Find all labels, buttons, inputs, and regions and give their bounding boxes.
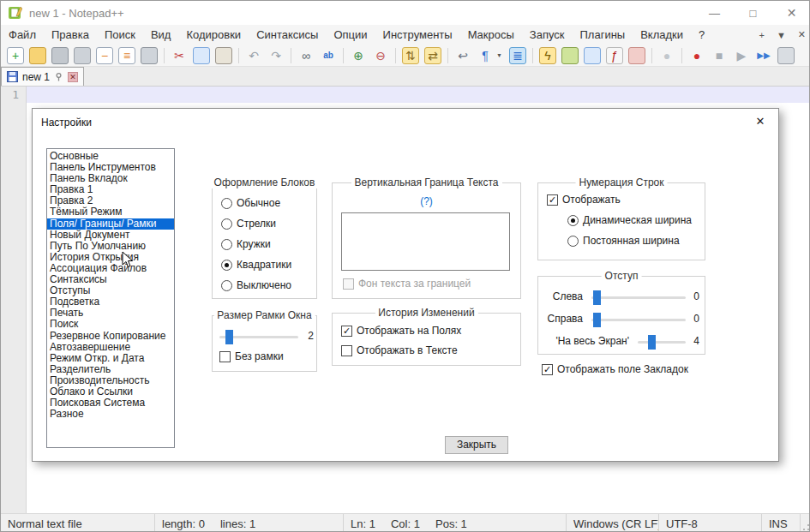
- document-list-icon[interactable]: [584, 47, 601, 64]
- category-item[interactable]: Разное: [47, 409, 174, 420]
- category-item[interactable]: Автозавершение: [47, 342, 174, 353]
- show-in-text-checkbox[interactable]: Отображать в Тексте: [341, 344, 458, 356]
- radio-option[interactable]: Обычное: [221, 197, 280, 209]
- radio-option[interactable]: Квадратики: [221, 259, 291, 271]
- menu-language[interactable]: Синтаксисы: [249, 27, 326, 43]
- print-icon[interactable]: [141, 47, 158, 64]
- resize-grip[interactable]: [801, 514, 810, 532]
- category-item[interactable]: Тёмный Режим: [47, 206, 174, 218]
- find-icon[interactable]: ∞: [297, 47, 315, 64]
- indent-guide-icon[interactable]: ≣: [509, 47, 526, 64]
- vertical-edge-help-link[interactable]: (?): [333, 195, 520, 207]
- new-tab-button[interactable]: +: [759, 30, 764, 40]
- macro-record-icon[interactable]: ●: [688, 47, 705, 64]
- cut-icon[interactable]: ✂: [171, 47, 188, 64]
- function-list-icon[interactable]: ƒ: [606, 47, 623, 64]
- define-language-icon[interactable]: ϟ: [539, 47, 556, 64]
- sync-horizontal-scroll-icon[interactable]: ⇄: [424, 47, 441, 64]
- slider-right[interactable]: [591, 319, 686, 321]
- menu-settings[interactable]: Опции: [326, 27, 375, 43]
- slider-right-thumb[interactable]: [593, 313, 601, 327]
- radio-option[interactable]: Кружки: [221, 238, 271, 250]
- dialog-close-button[interactable]: ✕: [753, 115, 768, 130]
- category-item[interactable]: Резервное Копирование: [47, 331, 174, 342]
- folder-as-workspace-icon[interactable]: [628, 47, 645, 64]
- checkbox-icon[interactable]: [219, 351, 231, 362]
- replace-icon[interactable]: ab: [320, 47, 337, 64]
- zoom-in-icon[interactable]: ⊕: [350, 47, 367, 64]
- tab-list-button[interactable]: ▼: [777, 30, 786, 40]
- radio-option[interactable]: Постоянная ширина: [567, 235, 680, 247]
- menu-tools[interactable]: Инструменты: [375, 27, 460, 43]
- redo-icon[interactable]: ↷: [267, 47, 285, 64]
- slider-left[interactable]: [591, 296, 686, 299]
- vertical-edge-list-box[interactable]: [341, 212, 510, 271]
- checkbox-icon[interactable]: [547, 194, 558, 206]
- macro-play-icon[interactable]: ▶: [733, 47, 750, 64]
- checkbox-icon[interactable]: [341, 345, 352, 356]
- menu-macro[interactable]: Макросы: [460, 27, 522, 43]
- frame-size-slider-thumb[interactable]: [225, 330, 233, 344]
- close-tab-icon[interactable]: ✕: [68, 72, 78, 82]
- close-file-icon[interactable]: −: [96, 47, 113, 64]
- menu-edit[interactable]: Правка: [44, 27, 97, 43]
- no-frame-checkbox[interactable]: Без рамки: [219, 350, 284, 362]
- category-item[interactable]: Производительность: [47, 375, 174, 386]
- save-file-icon[interactable]: [51, 47, 69, 64]
- radio-icon[interactable]: [567, 215, 579, 226]
- undo-icon[interactable]: ↶: [245, 47, 262, 64]
- category-item[interactable]: Разделитель: [47, 364, 174, 375]
- menu-view[interactable]: Вид: [143, 27, 179, 43]
- paste-icon[interactable]: [215, 47, 232, 64]
- menu-file[interactable]: Файл: [1, 27, 44, 43]
- macro-save-icon[interactable]: [777, 47, 795, 64]
- show-all-characters-dropdown-icon[interactable]: ▼: [495, 47, 504, 64]
- category-item[interactable]: Путь По Умолчанию: [47, 241, 174, 252]
- monitoring-icon[interactable]: ●: [658, 47, 675, 64]
- radio-option[interactable]: Стрелки: [221, 218, 276, 230]
- radio-icon[interactable]: [221, 260, 232, 271]
- frame-size-slider[interactable]: [219, 336, 298, 338]
- copy-icon[interactable]: [193, 47, 210, 64]
- pin-tab-icon[interactable]: [54, 72, 63, 81]
- menu-plugins[interactable]: Плагины: [573, 27, 633, 43]
- zoom-out-icon[interactable]: ⊖: [372, 47, 389, 64]
- menu-tabs[interactable]: Вкладки: [633, 27, 691, 43]
- category-item[interactable]: Новый Документ: [47, 230, 174, 241]
- menu-encoding[interactable]: Кодировки: [178, 27, 249, 43]
- save-all-icon[interactable]: [74, 47, 91, 64]
- radio-icon[interactable]: [567, 236, 579, 247]
- show-in-margin-checkbox[interactable]: Отображать на Полях: [341, 325, 461, 337]
- open-file-icon[interactable]: [29, 47, 46, 64]
- close-tab-button[interactable]: ✕: [798, 29, 806, 40]
- slider-fullscreen-thumb[interactable]: [648, 335, 656, 350]
- macro-run-multiple-icon[interactable]: ▶▶: [755, 47, 772, 64]
- radio-option[interactable]: Динамическая ширина: [567, 214, 692, 226]
- category-item[interactable]: Режим Откр. и Дата: [47, 353, 174, 364]
- radio-icon[interactable]: [221, 198, 232, 209]
- menu-help[interactable]: ?: [691, 27, 712, 43]
- checkbox-icon[interactable]: [341, 326, 352, 337]
- slider-fullscreen[interactable]: [638, 341, 686, 344]
- checkbox-icon[interactable]: [542, 364, 553, 375]
- menu-search[interactable]: Поиск: [97, 27, 143, 43]
- category-item[interactable]: Поиск: [47, 319, 174, 330]
- show-line-numbers-checkbox[interactable]: Отображать: [547, 194, 621, 206]
- word-wrap-icon[interactable]: ↩: [454, 47, 471, 64]
- macro-stop-icon[interactable]: ■: [711, 47, 728, 64]
- new-file-icon[interactable]: +: [7, 47, 24, 64]
- category-item[interactable]: История Открытия: [47, 252, 174, 263]
- show-all-characters-icon[interactable]: ¶: [477, 47, 494, 64]
- radio-icon[interactable]: [221, 218, 232, 230]
- show-bookmark-margin-checkbox[interactable]: Отображать поле Закладок: [542, 363, 688, 375]
- category-item[interactable]: Поля/ Границы/ Рамки: [47, 218, 174, 230]
- minimize-button[interactable]: —: [695, 1, 734, 25]
- menu-run[interactable]: Запуск: [522, 27, 573, 43]
- dialog-close-action-button[interactable]: Закрыть: [445, 436, 508, 454]
- slider-left-thumb[interactable]: [593, 290, 601, 305]
- close-all-icon[interactable]: ≡: [118, 47, 135, 64]
- radio-option[interactable]: Выключено: [221, 279, 291, 291]
- radio-icon[interactable]: [221, 280, 232, 291]
- radio-icon[interactable]: [221, 239, 232, 250]
- sync-vertical-scroll-icon[interactable]: ⇅: [402, 47, 419, 64]
